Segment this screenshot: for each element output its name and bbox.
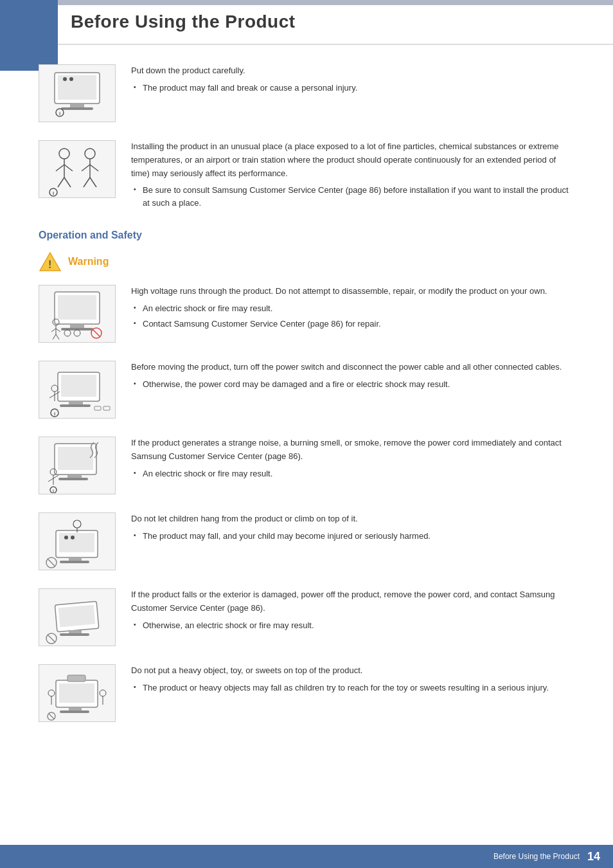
- svg-text:!: !: [48, 259, 51, 270]
- bullet-hv-1: Contact Samsung Customer Service Center …: [131, 318, 574, 330]
- svg-line-13: [64, 177, 71, 187]
- svg-line-11: [64, 165, 73, 171]
- svg-rect-77: [59, 683, 94, 703]
- svg-line-31: [56, 329, 60, 332]
- svg-rect-53: [58, 478, 88, 480]
- illustration-high-voltage: [39, 285, 116, 343]
- text-high-voltage: High voltage runs through the product. D…: [131, 285, 574, 332]
- svg-rect-65: [60, 561, 89, 563]
- svg-line-18: [84, 177, 90, 187]
- svg-rect-3: [61, 107, 93, 110]
- main-content: i Put down the product carefully. The pr…: [0, 64, 613, 779]
- svg-rect-52: [67, 475, 82, 478]
- bullets-noise: An electric shock or fire may result.: [131, 467, 574, 480]
- svg-line-44: [49, 395, 55, 398]
- main-text-moving: Before moving the product, turn off the …: [131, 361, 574, 374]
- main-text-heavy: Do not put a heavy object, toy, or sweet…: [131, 664, 574, 678]
- text-heavy: Do not put a heavy object, toy, or sweet…: [131, 664, 574, 696]
- svg-rect-61: [59, 533, 94, 552]
- section-operation-safety-title: Operation and Safety: [39, 230, 574, 241]
- svg-rect-25: [58, 295, 96, 320]
- illustration-moving: i: [39, 361, 116, 419]
- svg-rect-26: [70, 324, 84, 328]
- illustration-heavy: [39, 664, 116, 722]
- text-unusual-place: Installing the product in an unusual pla…: [131, 140, 574, 212]
- text-moving: Before moving the product, turn off the …: [131, 361, 574, 393]
- svg-text:i: i: [59, 111, 60, 116]
- svg-text:i: i: [54, 411, 55, 417]
- svg-point-63: [71, 536, 75, 539]
- svg-line-30: [51, 329, 56, 332]
- bullet-moving-0: Otherwise, the power cord may be damaged…: [131, 378, 574, 391]
- bullet-unusual-place-0: Be sure to consult Samsung Customer Serv…: [131, 184, 574, 209]
- text-children: Do not let children hang from the produc…: [131, 512, 574, 545]
- main-text-noise: If the product generates a strange noise…: [131, 437, 574, 464]
- svg-line-32: [53, 334, 56, 339]
- top-stripe: [0, 0, 613, 5]
- svg-text:i: i: [53, 190, 54, 196]
- svg-rect-39: [61, 375, 96, 397]
- children-svg: [42, 514, 112, 569]
- svg-rect-73: [60, 633, 89, 636]
- svg-rect-79: [60, 710, 89, 713]
- svg-point-14: [85, 149, 95, 159]
- svg-line-56: [48, 478, 53, 482]
- main-text-falls: If the product falls or the exterior is …: [131, 588, 574, 615]
- svg-rect-2: [70, 104, 84, 107]
- text-falls: If the product falls or the exterior is …: [131, 588, 574, 634]
- illustration-falls: [39, 588, 116, 646]
- bullets-falls: Otherwise, an electric shock or fire may…: [131, 619, 574, 632]
- warning-header: ! Warning: [39, 251, 574, 272]
- svg-point-66: [73, 520, 81, 528]
- bullet-hv-0: An electric shock or fire may result.: [131, 302, 574, 315]
- svg-point-34: [64, 330, 71, 336]
- bullet-noise-0: An electric shock or fire may result.: [131, 467, 574, 480]
- svg-rect-84: [67, 675, 85, 682]
- main-text-children: Do not let children hang from the produc…: [131, 512, 574, 526]
- illustration-unusual-place: i: [39, 140, 116, 198]
- svg-rect-51: [58, 447, 93, 470]
- bullet-falls-0: Otherwise, an electric shock or fire may…: [131, 619, 574, 632]
- footer-text: Before Using the Product: [493, 852, 580, 861]
- warning-item-high-voltage: High voltage runs through the product. D…: [39, 285, 574, 343]
- svg-line-33: [56, 334, 59, 339]
- bullets-unusual-place: Be sure to consult Samsung Customer Serv…: [131, 184, 574, 209]
- page-header: Before Using the Product: [0, 0, 613, 45]
- section-put-down: i Put down the product carefully. The pr…: [39, 64, 574, 122]
- svg-point-4: [63, 77, 67, 81]
- svg-point-8: [59, 149, 69, 159]
- people-svg: i: [42, 142, 112, 197]
- warning-label: Warning: [68, 256, 109, 267]
- svg-rect-40: [69, 401, 83, 404]
- left-accent-bar: [0, 0, 58, 71]
- heavy-svg: [42, 666, 112, 721]
- svg-point-35: [74, 330, 80, 336]
- bullet-put-down-0: The product may fall and break or cause …: [131, 82, 574, 95]
- svg-point-80: [48, 690, 55, 696]
- svg-text:i: i: [53, 489, 54, 493]
- main-text-high-voltage: High voltage runs through the product. D…: [131, 285, 574, 298]
- bullets-children: The product may fall, and your child may…: [131, 530, 574, 543]
- warning-item-falls: If the product falls or the exterior is …: [39, 588, 574, 646]
- svg-line-16: [82, 165, 90, 171]
- svg-line-17: [90, 165, 98, 171]
- svg-rect-71: [58, 605, 95, 628]
- svg-rect-78: [69, 707, 82, 710]
- section-unusual-place: i Installing the product in an unusual p…: [39, 140, 574, 212]
- bullets-moving: Otherwise, the power cord may be damaged…: [131, 378, 574, 391]
- svg-line-19: [90, 177, 96, 187]
- page-footer: Before Using the Product 14: [0, 845, 613, 868]
- monitor-svg-1: i: [42, 66, 112, 121]
- page-title: Before Using the Product: [71, 12, 613, 32]
- svg-rect-72: [69, 630, 82, 633]
- bullet-children-0: The product may fall, and your child may…: [131, 530, 574, 543]
- svg-line-37: [93, 329, 100, 337]
- svg-point-82: [100, 690, 106, 696]
- warning-triangle-icon: !: [39, 251, 62, 272]
- illustration-put-down: i: [39, 64, 116, 122]
- warning-item-children: Do not let children hang from the produc…: [39, 512, 574, 570]
- bullets-heavy: The product or heavy objects may fall as…: [131, 682, 574, 694]
- svg-line-57: [53, 475, 58, 478]
- warning-item-noise: i If the product generates a strange noi…: [39, 437, 574, 494]
- warning-item-heavy: Do not put a heavy object, toy, or sweet…: [39, 664, 574, 722]
